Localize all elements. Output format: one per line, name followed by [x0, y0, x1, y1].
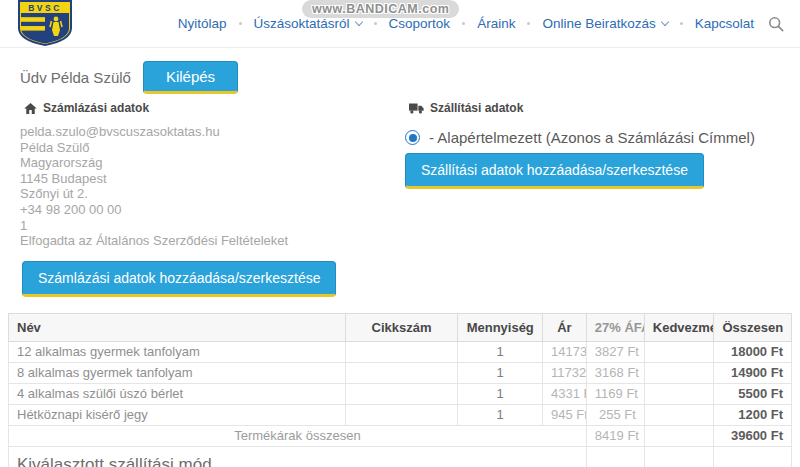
main-content: Üdv Példa Szülő Kilépés Számlázási adato…: [0, 61, 800, 467]
chevron-down-icon: [354, 18, 362, 26]
item-discount: [644, 362, 714, 383]
billing-country: Magyarország: [20, 155, 405, 171]
table-row: 4 alkalmas szülői úszó bérlet 1 4331 Ft …: [9, 383, 792, 404]
nav-item-online-beiratkozas[interactable]: Online Beiratkozás: [536, 16, 673, 31]
svg-text:BVSC: BVSC: [28, 3, 62, 13]
table-row: 12 alkalmas gyermek tanfolyam 1 14173 Ft…: [9, 341, 792, 362]
col-header-sku: Cikkszám: [345, 313, 458, 341]
nav-label: Csoportok: [389, 16, 451, 31]
search-icon[interactable]: [768, 16, 784, 32]
col-header-name: Név: [9, 313, 346, 341]
item-discount: [644, 404, 714, 425]
order-table: Név Cikkszám Mennyiség Ár 27% ÁFA Kedvez…: [8, 313, 792, 467]
billing-phone: +34 98 200 00 00: [20, 202, 405, 218]
house-icon: [24, 103, 37, 114]
nav-dot-separator: [462, 22, 465, 25]
table-row: Hétköznapi kisérő jegy 1 945 Ft 255 Ft 1…: [9, 404, 792, 425]
col-header-discount: Kedvezmény: [644, 313, 714, 341]
item-name: 4 alkalmas szülői úszó bérlet: [9, 383, 346, 404]
empty-cell: [714, 446, 792, 467]
shipping-section: Szállítási adatok - Alapértelmezett (Azo…: [405, 101, 780, 297]
order-table-header-row: Név Cikkszám Mennyiség Ár 27% ÁFA Kedvez…: [9, 313, 792, 341]
welcome-greeting: Üdv Példa Szülő: [20, 69, 131, 86]
item-price: 11732 Ft: [543, 362, 587, 383]
item-vat: 3168 Ft: [586, 362, 644, 383]
nav-dot-separator: [239, 22, 242, 25]
nav-item-nyitolap[interactable]: Nyitólap: [172, 16, 233, 31]
nav-dot-separator: [527, 22, 530, 25]
chevron-down-icon: [660, 18, 668, 26]
main-nav: Nyitólap Úszásoktatásról Csoportok Árain…: [172, 16, 800, 32]
shipping-method-heading: Kiválasztott szállítási mód: [17, 455, 212, 467]
nav-label: Online Beiratkozás: [542, 16, 655, 31]
item-qty: 1: [458, 362, 543, 383]
billing-email: pelda.szulo@bvscuszasoktatas.hu: [20, 124, 405, 140]
bandicam-watermark: www.BANDICAM.com: [302, 0, 459, 18]
col-header-price: Ár: [543, 313, 587, 341]
billing-street: Szőnyi út 2.: [20, 186, 405, 202]
billing-terms-accepted: Elfogadta az Általános Szerződési Feltét…: [20, 233, 405, 249]
item-total: 5500 Ft: [714, 383, 792, 404]
item-price: 945 Ft: [543, 404, 587, 425]
default-shipping-label: - Alapértelmezett (Azonos a Számlázási C…: [429, 129, 755, 146]
shipping-method-row: Kiválasztott szállítási mód: [9, 446, 792, 467]
item-price: 4331 Ft: [543, 383, 587, 404]
item-name: 8 alkalmas gyermek tanfolyam: [9, 362, 346, 383]
empty-cell: [644, 446, 714, 467]
nav-item-uszasoktatasrol[interactable]: Úszásoktatásról: [248, 16, 368, 31]
item-vat: 1169 Ft: [586, 383, 644, 404]
item-name: 12 alkalmas gyermek tanfolyam: [9, 341, 346, 362]
item-qty: 1: [458, 341, 543, 362]
billing-section: Számlázási adatok pelda.szulo@bvscuszaso…: [20, 101, 405, 297]
totals-total: 39600 Ft: [714, 425, 792, 446]
default-shipping-radio[interactable]: [405, 130, 420, 145]
col-header-vat: 27% ÁFA: [586, 313, 644, 341]
item-sku: [345, 362, 458, 383]
item-vat: 3827 Ft: [586, 341, 644, 362]
nav-label: Kapcsolat: [695, 16, 754, 31]
nav-dot-separator: [374, 22, 377, 25]
nav-item-kapcsolat[interactable]: Kapcsolat: [689, 16, 760, 31]
nav-item-araink[interactable]: Áraink: [471, 16, 521, 31]
billing-name: Példa Szülő: [20, 140, 405, 156]
nav-dot-separator: [680, 22, 683, 25]
billing-title-row: Számlázási adatok: [20, 101, 405, 115]
item-discount: [644, 383, 714, 404]
item-discount: [644, 341, 714, 362]
item-sku: [345, 341, 458, 362]
empty-cell: [586, 446, 644, 467]
billing-city: 1145 Budapest: [20, 171, 405, 187]
item-sku: [345, 383, 458, 404]
col-header-total: Összesen: [714, 313, 792, 341]
item-sku: [345, 404, 458, 425]
item-price: 14173 Ft: [543, 341, 587, 362]
shipping-method-cell: Kiválasztott szállítási mód: [9, 446, 587, 467]
welcome-row: Üdv Példa Szülő Kilépés: [20, 61, 800, 93]
item-qty: 1: [458, 404, 543, 425]
logout-button[interactable]: Kilépés: [143, 61, 238, 94]
item-total: 18000 Ft: [714, 341, 792, 362]
nav-item-csoportok[interactable]: Csoportok: [383, 16, 457, 31]
col-header-qty: Mennyiség: [458, 313, 543, 341]
item-total: 14900 Ft: [714, 362, 792, 383]
item-total: 1200 Ft: [714, 404, 792, 425]
shipping-title: Szállítási adatok: [430, 101, 523, 115]
bvsc-logo[interactable]: BVSC: [18, 0, 72, 46]
billing-title: Számlázási adatok: [43, 101, 149, 115]
shipping-default-option-row: - Alapértelmezett (Azonos a Számlázási C…: [405, 129, 780, 146]
totals-row: Termékárak összesen 8419 Ft 39600 Ft: [9, 425, 792, 446]
nav-label: Áraink: [477, 16, 515, 31]
item-qty: 1: [458, 383, 543, 404]
edit-shipping-button[interactable]: Szállítási adatok hozzáadása/szerkesztés…: [405, 153, 704, 189]
nav-label: Nyitólap: [178, 16, 227, 31]
item-vat: 255 Ft: [586, 404, 644, 425]
totals-discount: [644, 425, 714, 446]
nav-label: Úszásoktatásról: [254, 16, 350, 31]
truck-icon: [409, 103, 424, 114]
billing-extra: 1: [20, 218, 405, 234]
shipping-title-row: Szállítási adatok: [405, 101, 780, 115]
item-name: Hétköznapi kisérő jegy: [9, 404, 346, 425]
account-columns: Számlázási adatok pelda.szulo@bvscuszaso…: [20, 101, 780, 297]
billing-address: pelda.szulo@bvscuszasoktatas.hu Példa Sz…: [20, 124, 405, 249]
edit-billing-button[interactable]: Számlázási adatok hozzáadása/szerkesztés…: [22, 261, 336, 297]
